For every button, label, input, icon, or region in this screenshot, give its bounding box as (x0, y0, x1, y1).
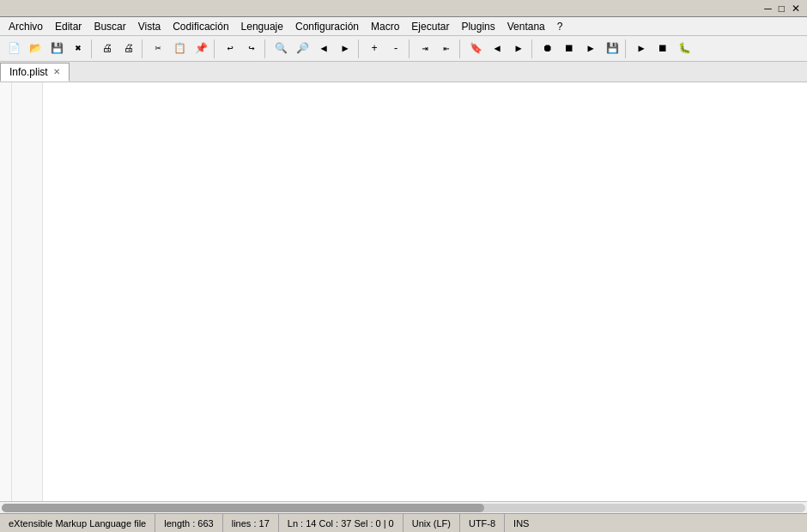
editor-content[interactable] (43, 82, 807, 501)
run-btn[interactable]: ▶ (631, 39, 652, 59)
zoom-in-btn[interactable]: + (364, 39, 385, 59)
menu-macro[interactable]: Macro (366, 19, 404, 34)
menu-bar: Archivo Editar Buscar Vista Codificación… (0, 17, 807, 36)
file-tab[interactable]: Info.plist ✕ (0, 63, 70, 82)
status-bar: eXtensible Markup Language file length :… (0, 513, 807, 532)
cut-btn[interactable]: ✂ (148, 39, 168, 59)
find-replace-btn[interactable]: 🔎 (292, 39, 312, 59)
position-status: Ln : 14 Col : 37 Sel : 0 | 0 (279, 514, 404, 532)
length-status: length : 663 (155, 514, 223, 532)
menu-help[interactable]: ? (552, 19, 568, 34)
line-numbers (12, 82, 43, 501)
maximize-btn[interactable]: □ (775, 3, 788, 15)
print-preview-btn[interactable]: 🖨 (118, 39, 139, 59)
scrollbar-track[interactable] (2, 504, 805, 512)
menu-codificacion[interactable]: Codificación (167, 19, 234, 34)
insert-mode-status: INS (505, 514, 537, 532)
tab-label: Info.plist (9, 66, 48, 78)
editor-container (0, 82, 807, 501)
sep9 (625, 39, 628, 58)
bookmark-btn[interactable]: 🔖 (465, 39, 486, 59)
macro-save-btn[interactable]: 💾 (602, 39, 622, 59)
macro-play-btn[interactable]: ▶ (580, 39, 601, 59)
sep1 (91, 39, 94, 58)
horizontal-scrollbar[interactable] (0, 501, 807, 513)
sep3 (214, 39, 217, 58)
scrollbar-thumb[interactable] (2, 504, 484, 512)
unindent-btn[interactable]: ⇤ (436, 39, 457, 59)
lines-status: lines : 17 (223, 514, 279, 532)
close-file-btn[interactable]: ✖ (68, 39, 88, 59)
sep2 (142, 39, 145, 58)
sep6 (409, 39, 412, 58)
paste-btn[interactable]: 📌 (191, 39, 211, 59)
copy-btn[interactable]: 📋 (169, 39, 190, 59)
encoding-status: UTF-8 (460, 514, 505, 532)
tab-bar: Info.plist ✕ (0, 62, 807, 82)
sep4 (264, 39, 268, 58)
bookmark-next-btn[interactable]: ▶ (508, 39, 529, 59)
sep8 (531, 39, 535, 58)
close-btn[interactable]: ✕ (788, 3, 804, 15)
file-type-status: eXtensible Markup Language file (5, 514, 155, 532)
indent-btn[interactable]: ⇥ (415, 39, 435, 59)
menu-buscar[interactable]: Buscar (88, 19, 130, 34)
tab-close-btn[interactable]: ✕ (53, 68, 60, 76)
menu-ejecutar[interactable]: Ejecutar (406, 19, 454, 34)
undo-btn[interactable]: ↩ (220, 39, 240, 59)
menu-editar[interactable]: Editar (50, 19, 87, 34)
macro-stop-btn[interactable]: ⏹ (559, 39, 579, 59)
menu-archivo[interactable]: Archivo (3, 19, 48, 34)
menu-plugins[interactable]: Plugins (456, 19, 500, 34)
print-btn[interactable]: 🖨 (97, 39, 118, 59)
sep5 (358, 39, 361, 58)
menu-ventana[interactable]: Ventana (502, 19, 550, 34)
redo-btn[interactable]: ↪ (241, 39, 262, 59)
menu-configuracion[interactable]: Configuración (290, 19, 364, 34)
find-btn[interactable]: 🔍 (270, 39, 291, 59)
debug-btn[interactable]: 🐛 (674, 39, 695, 59)
title-bar: ─ □ ✕ (0, 0, 807, 17)
minimize-btn[interactable]: ─ (761, 3, 775, 15)
find-next-btn[interactable]: ▶ (335, 39, 355, 59)
line-ending-status: Unix (LF) (404, 514, 460, 532)
open-file-btn[interactable]: 📂 (25, 39, 46, 59)
toolbar: 📄 📂 💾 ✖ 🖨 🖨 ✂ 📋 📌 ↩ ↪ 🔍 🔎 ◀ ▶ + - ⇥ ⇤ 🔖 … (0, 36, 807, 62)
menu-vista[interactable]: Vista (133, 19, 166, 34)
save-file-btn[interactable]: 💾 (46, 39, 67, 59)
breakpoint-gutter (0, 82, 12, 501)
zoom-out-btn[interactable]: - (385, 39, 406, 59)
macro-record-btn[interactable]: ⏺ (537, 39, 558, 59)
run-stop-btn[interactable]: ⏹ (652, 39, 673, 59)
menu-lenguaje[interactable]: Lenguaje (236, 19, 288, 34)
new-file-btn[interactable]: 📄 (3, 39, 24, 59)
sep7 (459, 39, 463, 58)
find-prev-btn[interactable]: ◀ (313, 39, 334, 59)
bookmark-prev-btn[interactable]: ◀ (487, 39, 507, 59)
